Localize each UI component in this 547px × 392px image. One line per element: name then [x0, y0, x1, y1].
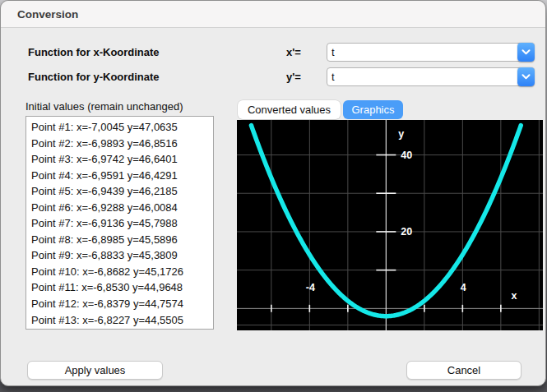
x-function-input[interactable]: [327, 43, 535, 62]
list-item[interactable]: Point #3: x=-6,9742 y=46,6401: [31, 151, 213, 168]
tab-converted-values[interactable]: Converted values: [238, 100, 341, 119]
x-function-dropdown-button[interactable]: [517, 43, 535, 62]
x-function-label: Function for x-Koordinate: [28, 47, 160, 58]
cancel-button[interactable]: Cancel: [406, 361, 522, 380]
list-item[interactable]: Point #5: x=-6,9439 y=46,2185: [31, 183, 213, 200]
y-tick-label: 20: [401, 226, 412, 238]
list-item[interactable]: Point #7: x=-6,9136 y=45,7988: [31, 215, 213, 232]
y-function-label: Function for y-Koordinate: [28, 71, 160, 82]
y-function-dropdown-button[interactable]: [517, 67, 535, 86]
list-item[interactable]: Point #10: x=-6,8682 y=45,1726: [31, 264, 213, 280]
y-function-input[interactable]: [327, 67, 535, 86]
x-axis-label: x: [512, 290, 517, 302]
x-tick-label: -4: [306, 282, 315, 293]
y-tick-label: 40: [401, 150, 412, 161]
list-item[interactable]: Point #12: x=-6,8379 y=44,7574: [31, 296, 213, 312]
apply-values-button[interactable]: Apply values: [27, 361, 163, 380]
conversion-dialog: Conversion Function for x-Koordinate x'=…: [0, 0, 546, 386]
chevron-down-icon: [522, 49, 531, 55]
y-prime-symbol: y'=: [286, 71, 301, 82]
list-item[interactable]: Point #13: x=-6,8227 y=44,5505: [31, 312, 213, 329]
list-item[interactable]: Point #9: x=-6,8833 y=45,3809: [31, 247, 213, 264]
initial-values-label: Initial values (remain unchanged): [25, 101, 183, 112]
list-item[interactable]: Point #1: x=-7,0045 y=47,0635: [31, 119, 213, 136]
y-function-combobox: [327, 67, 535, 86]
x-prime-symbol: x'=: [286, 47, 301, 58]
list-item[interactable]: Point #4: x=-6,9591 y=46,4291: [31, 168, 213, 184]
list-item[interactable]: Point #2: x=-6,9893 y=46,8516: [31, 136, 213, 152]
x-function-combobox: [327, 43, 535, 62]
title-bar: Conversion: [1, 1, 545, 28]
y-axis-label: y: [398, 128, 404, 140]
function-plot: -442040yx: [237, 120, 543, 330]
window-title: Conversion: [17, 8, 78, 21]
tab-graphics[interactable]: Graphics: [343, 100, 403, 119]
x-tick-label: 4: [461, 282, 466, 293]
list-item[interactable]: Point #6: x=-6,9288 y=46,0084: [31, 200, 213, 216]
initial-values-listbox[interactable]: Point #1: x=-7,0045 y=47,0635Point #2: x…: [25, 116, 214, 330]
list-item[interactable]: Point #8: x=-6,8985 y=45,5896: [31, 232, 213, 248]
chevron-down-icon: [522, 74, 531, 80]
list-item[interactable]: Point #11: x=-6,8530 y=44,9648: [31, 279, 213, 296]
graphics-panel: -442040yx: [237, 120, 543, 330]
